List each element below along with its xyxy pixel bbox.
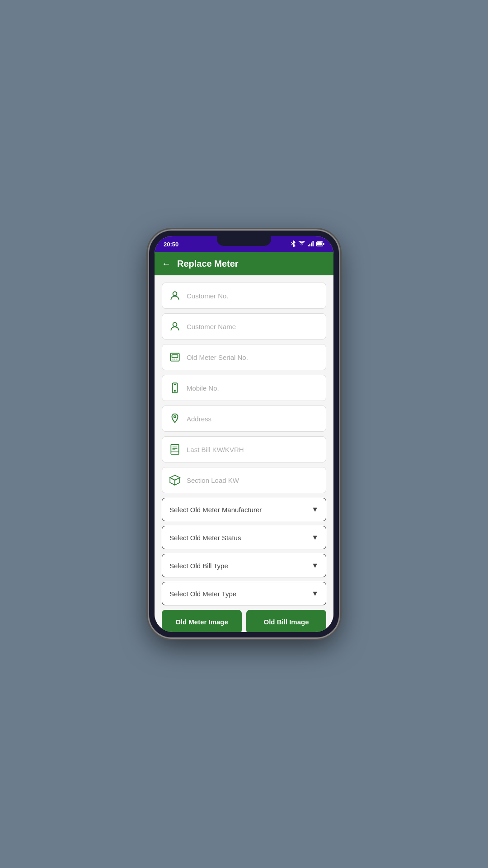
app-header: ← Replace Meter [155, 252, 333, 275]
customer-no-field[interactable]: Customer No. [162, 283, 326, 309]
person-icon-2 [169, 320, 181, 333]
customer-name-placeholder: Customer Name [187, 323, 319, 330]
old-meter-image-button[interactable]: Old Meter Image [162, 610, 242, 632]
meter-status-chevron-icon: ▼ [311, 533, 319, 542]
back-button[interactable]: ← [162, 259, 171, 269]
svg-rect-2 [311, 243, 312, 247]
person-icon [169, 289, 181, 302]
status-time: 20:50 [164, 241, 178, 248]
meter-type-dropdown[interactable]: Select Old Meter Type ▼ [162, 582, 326, 605]
battery-icon [316, 241, 324, 247]
manufacturer-dropdown[interactable]: Select Old Meter Manufacturer ▼ [162, 498, 326, 521]
svg-rect-1 [310, 244, 311, 246]
manufacturer-label: Select Old Meter Manufacturer [169, 506, 262, 514]
phone-screen: 20:50 [155, 236, 333, 632]
svg-rect-6 [323, 243, 324, 245]
svg-point-8 [173, 322, 177, 326]
last-bill-field[interactable]: Last Bill KW/KVRH [162, 436, 326, 462]
address-placeholder: Address [187, 415, 319, 423]
old-meter-serial-field[interactable]: Old Meter Serial No. [162, 344, 326, 370]
bluetooth-icon [291, 241, 296, 248]
status-icons [291, 241, 324, 248]
svg-rect-18 [171, 444, 178, 454]
location-icon [169, 412, 181, 425]
old-meter-serial-placeholder: Old Meter Serial No. [187, 354, 319, 361]
bill-type-chevron-icon: ▼ [311, 561, 319, 570]
mobile-no-placeholder: Mobile No. [187, 384, 319, 392]
mobile-icon [169, 382, 181, 394]
phone-frame: 20:50 [149, 231, 339, 637]
page-title: Replace Meter [177, 259, 239, 269]
meter-status-dropdown[interactable]: Select Old Meter Status ▼ [162, 526, 326, 549]
customer-name-field[interactable]: Customer Name [162, 313, 326, 340]
meter-type-chevron-icon: ▼ [311, 590, 319, 598]
old-bill-image-button[interactable]: Old Bill Image [246, 610, 326, 632]
section-load-placeholder: Section Load KW [187, 476, 319, 484]
meter-status-label: Select Old Meter Status [169, 534, 241, 542]
image-buttons-row: Old Meter Image Old Bill Image [162, 610, 326, 632]
section-load-field[interactable]: Section Load KW [162, 467, 326, 493]
svg-point-7 [173, 292, 177, 296]
wifi-icon [298, 241, 305, 247]
mobile-no-field[interactable]: Mobile No. [162, 375, 326, 401]
svg-point-15 [174, 390, 175, 391]
bill-type-dropdown[interactable]: Select Old Bill Type ▼ [162, 554, 326, 577]
content-area: Customer No. Customer Name [155, 275, 333, 632]
bill-icon [169, 443, 181, 456]
svg-rect-3 [313, 241, 314, 246]
meter-type-label: Select Old Meter Type [169, 590, 236, 598]
bill-type-label: Select Old Bill Type [169, 562, 228, 570]
address-field[interactable]: Address [162, 406, 326, 432]
manufacturer-chevron-icon: ▼ [311, 505, 319, 514]
signal-icon [308, 241, 314, 247]
last-bill-placeholder: Last Bill KW/KVRH [187, 446, 319, 453]
notch [217, 236, 271, 246]
svg-point-17 [174, 416, 176, 418]
meter-icon [169, 351, 181, 363]
svg-rect-5 [317, 242, 322, 245]
svg-rect-10 [172, 355, 178, 358]
customer-no-placeholder: Customer No. [187, 292, 319, 300]
cube-icon [169, 474, 181, 486]
svg-rect-0 [308, 245, 309, 246]
